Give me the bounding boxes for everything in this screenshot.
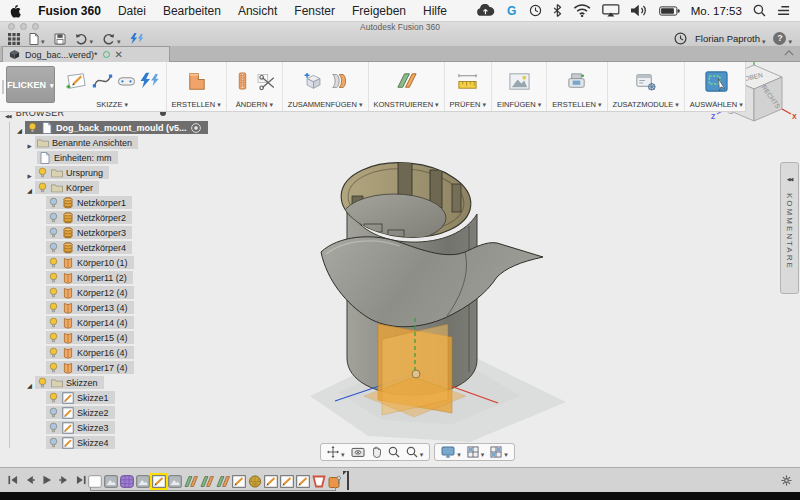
sketch-bolt-icon[interactable]: [140, 71, 161, 91]
tree-item-meshbody[interactable]: Netzkörper1: [0, 195, 172, 210]
tree-item-meshbody[interactable]: Netzkörper3: [0, 225, 172, 240]
tree-item-meshbody[interactable]: Netzkörper2: [0, 210, 172, 225]
volume-icon[interactable]: [631, 4, 648, 17]
close-tab-icon[interactable]: ✕: [115, 50, 123, 60]
auswaehlen-menu[interactable]: AUSWÄHLEN: [690, 98, 743, 111]
visibility-bulb-icon[interactable]: [48, 227, 59, 238]
logitech-g-icon[interactable]: G: [506, 4, 518, 17]
tree-item-sketch[interactable]: Skizze4: [0, 435, 172, 450]
airplay-display-icon[interactable]: [602, 4, 620, 17]
tree-item-body[interactable]: Körper16 (4): [0, 345, 172, 360]
menu-app-name[interactable]: Fusion 360: [38, 4, 101, 18]
make-3dprint-icon[interactable]: [564, 70, 589, 93]
expand-comments-icon[interactable]: [787, 167, 793, 185]
visibility-bulb-icon[interactable]: [37, 167, 48, 178]
new-component-icon[interactable]: [303, 71, 324, 91]
create-sketch-icon[interactable]: [64, 70, 89, 93]
redo-button[interactable]: [102, 30, 121, 48]
visibility-bulb-icon[interactable]: [48, 392, 59, 403]
slot-icon[interactable]: [116, 71, 137, 91]
einfuegen-menu[interactable]: EINFÜGEN: [497, 98, 541, 111]
visibility-bulb-icon[interactable]: [48, 272, 59, 283]
insert-image-icon[interactable]: [507, 70, 532, 93]
go-to-end-icon[interactable]: [76, 475, 86, 485]
visibility-bulb-icon[interactable]: [48, 422, 59, 433]
toolbar-drag-handle[interactable]: [0, 62, 4, 111]
timeline-settings-gear-icon[interactable]: [781, 475, 792, 486]
visibility-bulb-icon[interactable]: [48, 332, 59, 343]
document-tab[interactable]: Dog_bac...vered)* ✕: [2, 46, 170, 62]
menu-hilfe[interactable]: Hilfe: [423, 4, 447, 18]
aendern-menu[interactable]: ÄNDERN: [232, 98, 277, 111]
visibility-bulb-icon[interactable]: [48, 407, 59, 418]
display-settings[interactable]: [441, 443, 461, 461]
pruefen-menu[interactable]: PRÜFEN: [450, 98, 486, 111]
visibility-bulb-icon[interactable]: [48, 347, 59, 358]
skizze-menu[interactable]: SKIZZE: [64, 98, 161, 111]
tree-item-body[interactable]: Körper11 (2): [0, 270, 172, 285]
activate-component-icon[interactable]: [190, 122, 202, 134]
tree-item-meshbody[interactable]: Netzkörper4: [0, 240, 172, 255]
help-menu[interactable]: ?: [773, 30, 792, 48]
undo-button[interactable]: [75, 30, 94, 48]
tree-item-named-views[interactable]: Benannte Ansichten: [0, 135, 172, 150]
visibility-bulb-icon[interactable]: [37, 377, 48, 388]
collapse-toolbar-icon[interactable]: [784, 50, 794, 56]
measure-icon[interactable]: [455, 70, 480, 93]
tree-item-sketch[interactable]: Skizze2: [0, 405, 172, 420]
pan-icon[interactable]: [371, 446, 382, 458]
save-icon[interactable]: [54, 33, 66, 45]
visibility-bulb-icon[interactable]: [48, 257, 59, 268]
zoom-window-tool[interactable]: [406, 443, 424, 461]
look-at-icon[interactable]: [351, 446, 365, 458]
menu-ansicht[interactable]: Ansicht: [238, 4, 277, 18]
visibility-bulb-icon[interactable]: [48, 437, 59, 448]
notification-center-icon[interactable]: [777, 5, 790, 16]
visibility-bulb-icon[interactable]: [48, 212, 59, 223]
visibility-bulb-icon[interactable]: [37, 182, 48, 193]
step-back-icon[interactable]: [25, 475, 35, 485]
expander-icon[interactable]: [24, 179, 35, 197]
tree-item-body[interactable]: Körper14 (4): [0, 315, 172, 330]
viewports[interactable]: [490, 443, 508, 461]
tree-item-sketches-folder[interactable]: Skizzen: [0, 375, 172, 390]
tree-item-sketch[interactable]: Skizze1: [0, 390, 172, 405]
orbit-tool[interactable]: [327, 443, 345, 461]
wifi-icon[interactable]: [573, 4, 591, 17]
go-to-start-icon[interactable]: [8, 475, 18, 485]
menu-datei[interactable]: Datei: [118, 4, 146, 18]
create-form-icon[interactable]: [184, 70, 209, 93]
konstruieren-menu[interactable]: KONSTRUIEREN: [374, 98, 439, 111]
visibility-bulb-icon[interactable]: [48, 242, 59, 253]
expander-icon[interactable]: [24, 134, 35, 152]
menu-fenster[interactable]: Fenster: [294, 4, 335, 18]
battery-icon[interactable]: [659, 6, 680, 16]
play-icon[interactable]: [42, 475, 52, 485]
zoom-icon[interactable]: [388, 446, 400, 458]
tree-item-body[interactable]: Körper13 (4): [0, 300, 172, 315]
apple-menu-icon[interactable]: [10, 4, 21, 18]
visibility-bulb-icon[interactable]: [48, 317, 59, 328]
menubar-clock[interactable]: Mo. 17:53: [691, 5, 742, 17]
expander-icon[interactable]: [24, 374, 35, 392]
tree-item-body[interactable]: Körper12 (4): [0, 285, 172, 300]
comments-panel-tab[interactable]: KOMMENTARE: [780, 162, 799, 294]
grid-settings[interactable]: [467, 443, 485, 461]
menu-freigeben[interactable]: Freigeben: [352, 4, 406, 18]
erstellen-menu[interactable]: ERSTELLEN: [172, 98, 221, 111]
select-tool-icon[interactable]: [704, 70, 729, 93]
addins-icon[interactable]: [633, 70, 658, 93]
job-status-icon[interactable]: [130, 33, 145, 45]
file-menu-button[interactable]: [29, 30, 45, 48]
visibility-bulb-icon[interactable]: [48, 197, 59, 208]
job-history-clock-icon[interactable]: [674, 32, 687, 45]
workspace-selector[interactable]: FLICKEN: [6, 66, 55, 103]
bluetooth-icon[interactable]: [553, 4, 562, 17]
trim-scissors-icon[interactable]: [256, 71, 277, 91]
data-panel-icon[interactable]: [8, 33, 20, 45]
upload-cloud-icon[interactable]: [476, 4, 495, 17]
visibility-bulb-icon[interactable]: [48, 302, 59, 313]
tree-item-bodies-folder[interactable]: Körper: [0, 180, 172, 195]
user-account-menu[interactable]: Florian Paproth: [695, 30, 765, 48]
erstellen2-menu[interactable]: ERSTELLEN: [552, 98, 601, 111]
